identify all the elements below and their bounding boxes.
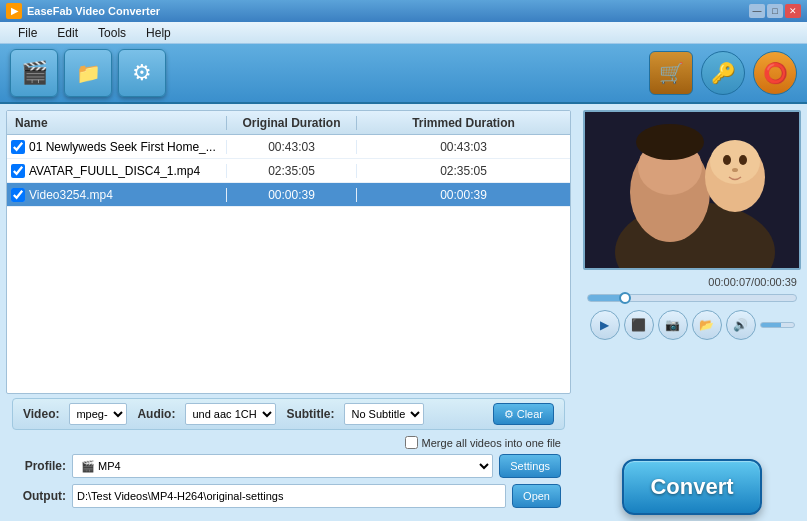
output-path-input[interactable] xyxy=(72,484,506,508)
subtitle-label: Subtitle: xyxy=(286,407,334,421)
col-trimmed: Trimmed Duration xyxy=(357,116,570,130)
row3-original: 00:00:39 xyxy=(227,188,357,202)
right-panel: 00:00:07/00:00:39 ▶ ⬛ 📷 📂 🔊 Convert xyxy=(577,104,807,521)
convert-button[interactable]: Convert xyxy=(622,459,762,515)
main-content: Name Original Duration Trimmed Duration … xyxy=(0,104,807,521)
row1-checkbox[interactable] xyxy=(11,140,25,154)
row2-trimmed: 02:35:05 xyxy=(357,164,570,178)
key-icon-button[interactable]: 🔑 xyxy=(701,51,745,95)
svg-point-7 xyxy=(739,155,747,165)
row3-checkbox[interactable] xyxy=(11,188,25,202)
minimize-button[interactable]: — xyxy=(749,4,765,18)
player-controls: ▶ ⬛ 📷 📂 🔊 xyxy=(583,306,801,344)
row2-filename: AVATAR_FUULL_DISC4_1.mp4 xyxy=(29,164,200,178)
window-controls: — □ ✕ xyxy=(749,4,801,18)
svg-point-6 xyxy=(723,155,731,165)
menu-file[interactable]: File xyxy=(8,24,47,42)
menubar: File Edit Tools Help xyxy=(0,22,807,44)
audio-select[interactable]: und aac 1CH xyxy=(185,403,276,425)
menu-tools[interactable]: Tools xyxy=(88,24,136,42)
volume-slider[interactable] xyxy=(760,322,795,328)
toolbar: 🎬 📁 ⚙ 🛒 🔑 ⭕ xyxy=(0,44,807,104)
preview-svg xyxy=(585,112,799,268)
profile-row: Profile: 🎬 MP4 Settings xyxy=(12,451,565,481)
output-row: Output: Open xyxy=(12,481,565,511)
table-row[interactable]: Video3254.mp4 00:00:39 00:00:39 xyxy=(7,183,570,207)
video-select[interactable]: mpeg- xyxy=(69,403,127,425)
settings-button[interactable]: ⚙ xyxy=(118,49,166,97)
menu-edit[interactable]: Edit xyxy=(47,24,88,42)
title-text: EaseFab Video Converter xyxy=(27,5,749,17)
toolbar-right: 🛒 🔑 ⭕ xyxy=(649,51,797,95)
track-row: Video: mpeg- Audio: und aac 1CH Subtitle… xyxy=(12,398,565,430)
col-original: Original Duration xyxy=(227,116,357,130)
preview-image xyxy=(585,112,799,268)
table-row[interactable]: 01 Newlyweds Seek First Home_... 00:43:0… xyxy=(7,135,570,159)
clear-button[interactable]: ⚙ Clear xyxy=(493,403,554,425)
snapshot-button[interactable]: 📷 xyxy=(658,310,688,340)
seek-thumb[interactable] xyxy=(619,292,631,304)
audio-label: Audio: xyxy=(137,407,175,421)
row1-trimmed: 00:43:03 xyxy=(357,140,570,154)
row2-checkbox[interactable] xyxy=(11,164,25,178)
app-icon: ▶ xyxy=(6,3,22,19)
file-table: Name Original Duration Trimmed Duration … xyxy=(6,110,571,394)
left-panel: Name Original Duration Trimmed Duration … xyxy=(0,104,577,521)
svg-point-5 xyxy=(710,140,760,184)
time-display: 00:00:07/00:00:39 xyxy=(583,274,801,290)
open-file-button[interactable]: 📂 xyxy=(692,310,722,340)
play-button[interactable]: ▶ xyxy=(590,310,620,340)
output-label: Output: xyxy=(16,489,66,503)
profile-settings-button[interactable]: Settings xyxy=(499,454,561,478)
row2-original: 02:35:05 xyxy=(227,164,357,178)
svg-point-8 xyxy=(732,168,738,172)
add-folder-button[interactable]: 📁 xyxy=(64,49,112,97)
row3-filename: Video3254.mp4 xyxy=(29,188,113,202)
seek-bar-container xyxy=(583,294,801,302)
svg-point-9 xyxy=(636,124,704,160)
table-body: 01 Newlyweds Seek First Home_... 00:43:0… xyxy=(7,135,570,393)
bottom-controls: Video: mpeg- Audio: und aac 1CH Subtitle… xyxy=(6,394,571,515)
close-button[interactable]: ✕ xyxy=(785,4,801,18)
table-header: Name Original Duration Trimmed Duration xyxy=(7,111,570,135)
merge-label: Merge all videos into one file xyxy=(422,437,561,449)
help-icon-button[interactable]: ⭕ xyxy=(753,51,797,95)
menu-help[interactable]: Help xyxy=(136,24,181,42)
merge-row: Merge all videos into one file xyxy=(12,434,565,451)
video-label: Video: xyxy=(23,407,59,421)
maximize-button[interactable]: □ xyxy=(767,4,783,18)
profile-label: Profile: xyxy=(16,459,66,473)
seek-bar[interactable] xyxy=(587,294,797,302)
basket-icon-button[interactable]: 🛒 xyxy=(649,51,693,95)
subtitle-select[interactable]: No Subtitle xyxy=(344,403,424,425)
volume-button[interactable]: 🔊 xyxy=(726,310,756,340)
titlebar: ▶ EaseFab Video Converter — □ ✕ xyxy=(0,0,807,22)
add-video-button[interactable]: 🎬 xyxy=(10,49,58,97)
preview-box xyxy=(583,110,801,270)
col-name: Name xyxy=(7,116,227,130)
profile-select[interactable]: 🎬 MP4 xyxy=(72,454,493,478)
stop-button[interactable]: ⬛ xyxy=(624,310,654,340)
table-row[interactable]: AVATAR_FUULL_DISC4_1.mp4 02:35:05 02:35:… xyxy=(7,159,570,183)
row1-filename: 01 Newlyweds Seek First Home_... xyxy=(29,140,216,154)
open-folder-button[interactable]: Open xyxy=(512,484,561,508)
row3-trimmed: 00:00:39 xyxy=(357,188,570,202)
row1-original: 00:43:03 xyxy=(227,140,357,154)
merge-checkbox[interactable] xyxy=(405,436,418,449)
